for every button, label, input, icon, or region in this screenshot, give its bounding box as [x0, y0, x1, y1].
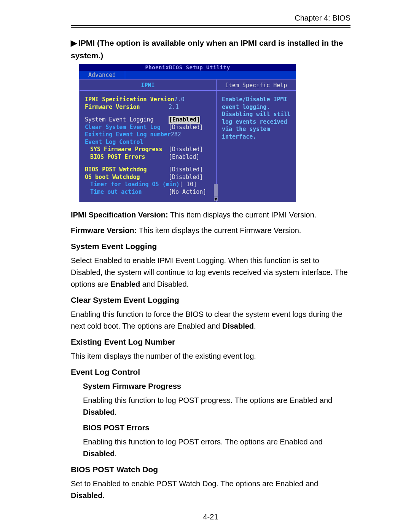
triangle-right-icon: ▶: [71, 37, 77, 50]
bios-item-sys-evt-log[interactable]: System Event Logging: [85, 116, 169, 124]
chapter-header: Chapter 4: BIOS: [71, 14, 350, 22]
para-exist-evt: This item displays the number of the exi…: [71, 350, 350, 362]
bios-value-clear-evt[interactable]: [Disabled]: [169, 124, 203, 131]
bios-value-sys-evt-log[interactable]: [Enabled]: [169, 116, 200, 124]
bios-value-timer-load[interactable]: [ 10]: [180, 181, 197, 189]
bios-help-title: Item Specific Help: [217, 80, 296, 91]
heading-evt-ctrl: Event Log Control: [71, 367, 350, 377]
bios-item-timer-load[interactable]: Timer for loading OS (min): [85, 181, 180, 189]
heading-sys-evt-log: System Event Logging: [71, 242, 350, 251]
bios-item-exist-evt: Existing Event Log number: [85, 131, 171, 139]
bios-value-os-boot-wd[interactable]: [Disabled]: [169, 174, 203, 181]
para-bios-post-err: Enabling this function to log POST error…: [83, 436, 350, 460]
bios-item-clear-evt[interactable]: Clear System Event Log: [85, 124, 169, 131]
bios-item-bios-post-err[interactable]: BIOS POST Errors: [85, 153, 169, 161]
heading-exist-evt: Existing Event Log Number: [71, 337, 350, 347]
para-sys-fw-prog: Enabling this function to log POST progr…: [83, 395, 350, 418]
bios-value-ipmi-spec: 2.0: [174, 96, 185, 104]
bios-value-bios-post-err[interactable]: [Enabled]: [169, 153, 199, 161]
bios-utility-title: PhoenixBIOS Setup Utility: [79, 64, 296, 71]
bios-item-sys-fw-prog[interactable]: SYS Firmware Progress: [85, 146, 169, 153]
bios-screenshot: PhoenixBIOS Setup Utility Advanced IPMI …: [79, 64, 296, 202]
heading-clear-evt: Clear System Event Logging: [71, 296, 350, 305]
bios-value-exist-evt: 282: [171, 131, 181, 139]
para-fw-ver: Firmware Version: This item displays the…: [71, 225, 350, 236]
bios-item-evt-ctrl: Event Log Control: [85, 139, 169, 146]
para-sys-evt-log: Select Enabled to enable IPMI Event Logg…: [71, 255, 350, 290]
header-rule: [71, 25, 350, 28]
bios-tab-advanced[interactable]: Advanced: [79, 71, 125, 79]
bios-value-bios-post-wd[interactable]: [Disabled]: [169, 166, 203, 174]
bios-value-timeout[interactable]: [No Action]: [169, 189, 206, 196]
bios-tab-bar: Advanced: [79, 71, 296, 79]
bios-help-text: Enable/Disable IPMI event logging. Disab…: [217, 91, 296, 144]
page-number: 4-21: [71, 513, 350, 521]
bios-value-fw-ver: 2.1: [169, 104, 179, 111]
bios-item-ipmi-spec: IPMI Specification Version: [85, 96, 174, 104]
bios-item-fw-ver: Firmware Version: [85, 104, 169, 111]
para-ipmi-spec: IPMI Specification Version: This item di…: [71, 209, 350, 221]
para-clear-evt: Enabling this function to force the BIOS…: [71, 308, 350, 332]
bios-item-os-boot-wd[interactable]: OS boot Watchdog: [85, 174, 169, 181]
footer-rule: [71, 510, 350, 510]
heading-bios-post-wd: BIOS POST Watch Dog: [71, 465, 350, 474]
section-title-text: IPMI (The option is available only when …: [71, 38, 343, 60]
para-bios-post-wd: Set to Enabled to enable POST Watch Dog.…: [71, 478, 350, 502]
bios-item-bios-post-wd[interactable]: BIOS POST Watchdog: [85, 166, 169, 174]
bios-value-sys-fw-prog[interactable]: [Disabled]: [169, 146, 203, 153]
bios-item-timeout[interactable]: Time out action: [85, 189, 169, 196]
section-title: ▶IPMI (The option is available only when…: [71, 37, 350, 62]
heading-sys-fw-prog: System Firmware Progress: [83, 382, 350, 391]
bios-left-title: IPMI: [80, 80, 216, 91]
heading-bios-post-err: BIOS POST Errors: [83, 423, 350, 432]
